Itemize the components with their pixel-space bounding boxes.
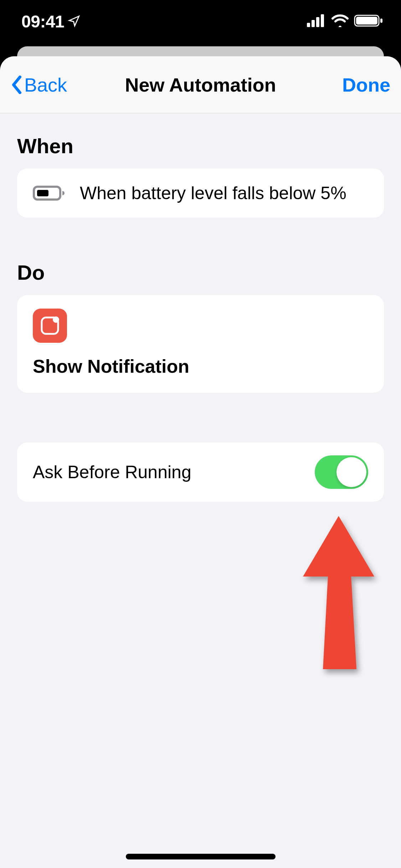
back-label: Back	[24, 74, 67, 96]
ask-before-running-label: Ask Before Running	[33, 462, 191, 482]
ask-before-running-row: Ask Before Running	[17, 443, 384, 502]
svg-rect-3	[321, 14, 324, 27]
do-action-card[interactable]: Show Notification	[17, 295, 384, 393]
automation-sheet: Back New Automation Done When When batte…	[0, 56, 401, 868]
battery-level-icon	[33, 185, 66, 202]
cellular-icon	[307, 14, 326, 29]
location-icon	[68, 12, 81, 31]
svg-rect-5	[356, 17, 377, 25]
when-condition-text: When battery level falls below 5%	[80, 183, 346, 203]
ask-before-running-toggle[interactable]	[315, 455, 368, 489]
svg-point-10	[53, 316, 59, 323]
status-bar-left: 09:41	[21, 12, 81, 31]
home-indicator[interactable]	[126, 854, 276, 859]
status-bar: 09:41	[0, 0, 401, 46]
status-bar-right	[307, 14, 383, 29]
annotation-arrow	[299, 516, 378, 671]
back-button[interactable]: Back	[11, 74, 67, 96]
chevron-left-icon	[11, 76, 22, 94]
done-button[interactable]: Done	[342, 74, 390, 96]
status-time: 09:41	[21, 12, 64, 31]
svg-rect-8	[37, 190, 48, 196]
do-section-header: Do	[0, 218, 401, 295]
do-action-text: Show Notification	[33, 356, 368, 377]
battery-icon	[354, 14, 383, 29]
svg-rect-2	[316, 17, 319, 27]
svg-marker-11	[303, 516, 374, 669]
svg-rect-1	[312, 20, 315, 27]
toggle-knob	[336, 457, 366, 487]
svg-rect-0	[307, 23, 310, 27]
navigation-bar: Back New Automation Done	[0, 56, 401, 113]
when-condition-card[interactable]: When battery level falls below 5%	[17, 169, 384, 218]
notification-action-icon	[33, 309, 67, 343]
svg-rect-6	[380, 19, 382, 23]
when-section-header: When	[0, 113, 401, 169]
content-area: When When battery level falls below 5% D…	[0, 113, 401, 502]
wifi-icon	[331, 14, 349, 29]
page-title: New Automation	[125, 74, 276, 96]
